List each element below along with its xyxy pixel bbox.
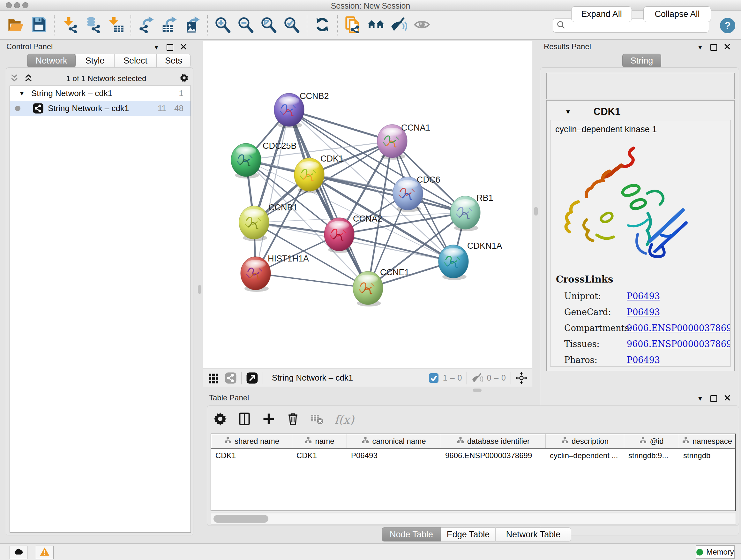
detach-view-icon[interactable] (246, 372, 258, 384)
network-node-RB1[interactable]: RB1 (450, 193, 493, 231)
refresh-button[interactable] (313, 15, 332, 36)
warnings-button[interactable] (36, 546, 54, 559)
network-node-CCNA2[interactable]: CCNA2 (324, 214, 382, 253)
column-header-name[interactable]: name (292, 434, 347, 448)
crosslink-value-link[interactable]: 9606.ENSP00000378699 (627, 323, 730, 333)
delete-column-icon[interactable] (286, 412, 300, 427)
network-node-CCNB2[interactable]: CCNB2 (274, 91, 329, 128)
network-node-CDC25B[interactable]: CDC25B (231, 141, 297, 179)
splitter-handle[interactable] (473, 388, 482, 392)
tab-sets[interactable]: Sets (157, 54, 191, 68)
column-header-database-identifier[interactable]: database identifier (441, 434, 546, 448)
export-image-button[interactable] (183, 15, 202, 36)
crosslink-value-link[interactable]: P06493 (627, 307, 660, 317)
table-cell[interactable]: stringdb (679, 451, 735, 460)
first-neighbors-button[interactable] (366, 15, 386, 36)
crosslink-value-link[interactable]: 9606.ENSP00000378699 (627, 339, 730, 349)
table-options-gear-icon[interactable] (213, 412, 227, 427)
expand-all-button[interactable]: Expand All (571, 6, 632, 22)
network-node-CDKN1A[interactable]: CDKN1A (439, 241, 502, 280)
table-cell[interactable]: 9606.ENSP00000378699 (441, 451, 546, 460)
export-network-button[interactable] (137, 15, 156, 36)
table-cell[interactable]: stringdb:9... (624, 451, 679, 460)
clone-network-button[interactable] (343, 15, 362, 36)
table-row[interactable]: CDK1CDK1P064939606.ENSP00000378699cyclin… (211, 449, 735, 462)
crosslink-value-link[interactable]: P06493 (627, 291, 660, 301)
table-horizontal-scrollbar[interactable] (211, 513, 736, 524)
network-node-CCNA1[interactable]: CCNA1 (377, 123, 430, 160)
memory-button[interactable]: Memory (696, 545, 735, 559)
network-row[interactable]: String Network – cdk1 11 48 (10, 101, 191, 116)
network-collection-row[interactable]: ▼ String Network – cdk1 1 (10, 86, 191, 101)
fit-content-crosshair-icon[interactable] (515, 372, 528, 384)
network-edge[interactable] (256, 110, 289, 273)
tab-edge-table[interactable]: Edge Table (441, 527, 495, 542)
birds-eye-grid-icon[interactable] (207, 372, 219, 384)
panel-menu-icon[interactable]: ▼ (153, 44, 159, 51)
search-input[interactable] (566, 21, 709, 30)
table-panel-title: Table Panel (209, 393, 249, 402)
add-column-icon[interactable] (262, 412, 276, 427)
tab-network-table[interactable]: Network Table (495, 527, 571, 542)
export-table-button[interactable] (159, 15, 179, 36)
column-header-description[interactable]: description (546, 434, 624, 448)
table-cell[interactable]: CDK1 (292, 451, 347, 460)
expand-all-networks-icon[interactable] (23, 73, 33, 84)
close-panel-icon[interactable] (724, 395, 731, 402)
import-table-button[interactable] (106, 15, 125, 36)
network-overview-icon[interactable] (225, 372, 237, 384)
network-edge[interactable] (289, 110, 392, 141)
hide-selected-button[interactable] (389, 15, 408, 36)
entry-expander-icon[interactable]: ▼ (565, 108, 571, 116)
cloud-status-button[interactable] (10, 546, 27, 559)
tab-node-table[interactable]: Node Table (382, 527, 441, 542)
close-panel-icon[interactable] (724, 44, 731, 51)
tree-expander-icon[interactable]: ▼ (19, 90, 25, 97)
zoom-in-button[interactable] (213, 15, 232, 36)
float-panel-icon[interactable] (166, 44, 173, 51)
import-network-button[interactable] (60, 15, 79, 36)
show-all-button[interactable] (412, 15, 431, 36)
table-cell[interactable]: cyclin–dependent ... (546, 451, 624, 460)
splitter-handle[interactable] (198, 285, 201, 294)
network-options-gear-icon[interactable] (179, 73, 189, 84)
tab-style[interactable]: Style (76, 54, 114, 68)
float-panel-icon[interactable] (711, 395, 717, 402)
network-canvas[interactable]: CCNB2 CCNA1 CDC25B CDK1 CDC6 RB1 (203, 41, 532, 369)
crosslink-value-link[interactable]: P06493 (627, 355, 660, 365)
close-panel-icon[interactable] (180, 44, 187, 51)
hidden-eye-icon[interactable] (471, 372, 483, 384)
save-session-button[interactable] (29, 15, 49, 36)
show-columns-icon[interactable] (238, 412, 252, 427)
table-cell[interactable]: P06493 (347, 451, 441, 460)
zoom-fit-button[interactable] (259, 15, 278, 36)
network-node-CCNE1[interactable]: CCNE1 (353, 267, 409, 307)
float-panel-icon[interactable] (711, 44, 717, 51)
import-network-database-button[interactable] (83, 15, 102, 36)
tab-select[interactable]: Select (114, 54, 157, 68)
open-session-button[interactable] (6, 15, 25, 36)
zoom-selected-button[interactable] (282, 15, 301, 36)
panel-menu-icon[interactable]: ▼ (697, 44, 703, 51)
column-header-canonical-name[interactable]: canonical name (347, 434, 441, 448)
selected-checkbox-icon[interactable] (428, 372, 440, 384)
tab-network[interactable]: Network (27, 54, 76, 68)
help-button[interactable]: ? (720, 18, 735, 33)
network-node-label: CDC6 (417, 175, 441, 185)
network-node-HIST1H1A[interactable]: HIST1H1A (241, 254, 309, 292)
collapse-all-button[interactable]: Collapse All (643, 6, 711, 22)
splitter-handle[interactable] (534, 207, 538, 215)
zoom-out-button[interactable] (236, 15, 255, 36)
table-cell[interactable]: CDK1 (211, 451, 292, 460)
network-node-CCNB1[interactable]: CCNB1 (239, 203, 298, 241)
column-header-shared-name[interactable]: shared name (211, 434, 292, 448)
network-edge[interactable] (339, 234, 454, 261)
tab-string[interactable]: String (622, 54, 661, 68)
column-header--id[interactable]: @id (624, 434, 679, 448)
results-entry-header[interactable]: ▼ CDK1 (546, 105, 735, 119)
collapse-all-networks-icon[interactable] (10, 73, 19, 84)
scrollbar-thumb[interactable] (213, 515, 268, 523)
panel-menu-icon[interactable]: ▼ (697, 395, 703, 402)
network-edge[interactable] (256, 273, 368, 288)
column-header-namespace[interactable]: namespace (679, 434, 735, 448)
